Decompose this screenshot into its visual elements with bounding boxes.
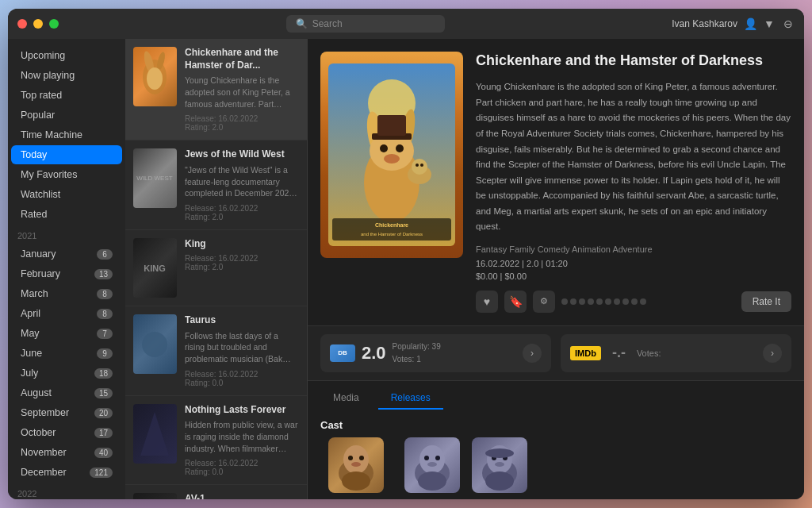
sidebar-item-2021-may[interactable]: May 7 — [11, 324, 122, 343]
list-item[interactable]: KING King Release: 16.02.2022 Rating: 2.… — [125, 230, 307, 306]
movie-release: Release: 16.02.2022 — [185, 254, 299, 263]
sidebar-badge-2021-feb: 13 — [94, 269, 113, 279]
svg-point-43 — [424, 456, 429, 460]
rating-dot[interactable] — [570, 298, 576, 305]
sidebar-item-today[interactable]: Today — [11, 145, 122, 164]
sidebar-item-2021-mar[interactable]: March 8 — [11, 284, 122, 303]
svg-point-27 — [412, 159, 427, 175]
sidebar-item-2021-jun[interactable]: June 9 — [11, 344, 122, 363]
cast-item[interactable]: Joe Ochman Abe (voice) — [472, 437, 527, 499]
search-bar[interactable]: 🔍 Search — [286, 15, 445, 33]
sidebar-badge-2021-may: 7 — [97, 329, 113, 339]
tab-media[interactable]: Media — [320, 387, 372, 410]
sidebar-badge-2021-oct: 17 — [94, 428, 113, 438]
detail-description: Young Chickenhare is the adopted son of … — [476, 79, 791, 234]
sidebar-item-2021-apr[interactable]: April 8 — [11, 304, 122, 323]
sidebar-item-upcoming[interactable]: Upcoming — [11, 46, 122, 65]
year-2021-label: 2021 — [8, 225, 125, 244]
sidebar-item-rated[interactable]: Rated — [11, 205, 122, 224]
rating-dot[interactable] — [588, 298, 594, 305]
sidebar-badge-2021-nov: 40 — [94, 448, 113, 458]
svg-rect-13 — [133, 493, 177, 499]
tab-releases[interactable]: Releases — [378, 387, 443, 410]
sidebar-item-2021-jan[interactable]: January 6 — [11, 244, 122, 264]
search-icon: 🔍 — [296, 18, 308, 29]
cast-avatar — [404, 437, 460, 493]
settings-icon[interactable]: ⊖ — [782, 17, 795, 30]
sidebar-item-2021-aug[interactable]: August 15 — [11, 383, 122, 402]
list-item[interactable]: Nothing Lasts Forever Hidden from public… — [125, 396, 307, 486]
sidebar-badge-2021-jan: 6 — [97, 249, 113, 260]
rating-dot[interactable] — [614, 298, 620, 305]
rate-button[interactable]: Rate It — [741, 291, 791, 312]
cast-item[interactable]: Danny Fehsenfeld Lapin (film) — [320, 437, 392, 499]
sidebar-item-top-rated[interactable]: Top rated — [11, 86, 122, 105]
sidebar-item-popular[interactable]: Popular — [11, 106, 122, 125]
rating-dot[interactable] — [561, 298, 568, 305]
imdb-score-value: -.- — [612, 344, 626, 361]
rating-dot[interactable] — [640, 298, 646, 305]
svg-point-21 — [380, 144, 388, 152]
movie-release: Release: 16.02.2022 — [185, 370, 299, 379]
close-button[interactable] — [17, 19, 27, 29]
cast-avatar — [472, 437, 527, 493]
svg-point-28 — [416, 164, 419, 167]
like-button[interactable]: ♥ — [476, 291, 498, 313]
sidebar-item-2021-nov[interactable]: November 40 — [11, 443, 122, 462]
rating-dot[interactable] — [631, 298, 638, 305]
movie-release: Release: 16.02.2022 — [185, 459, 299, 468]
svg-text:Chickenhare: Chickenhare — [375, 222, 408, 228]
detail-price: $0.00 | $0.00 — [476, 271, 791, 281]
movie-title: Nothing Lasts Forever — [185, 404, 299, 417]
sidebar-item-2021-sep[interactable]: September 20 — [11, 403, 122, 422]
list-item[interactable]: Chickenhare and the Hamster of Dar... Yo… — [125, 39, 307, 140]
cast-name: Danny Fehsenfeld — [320, 498, 392, 499]
movie-thumb — [133, 404, 177, 464]
sidebar-item-my-favorites[interactable]: My Favorites — [11, 165, 122, 184]
rating-dot[interactable] — [579, 298, 585, 305]
sidebar-item-2021-oct[interactable]: October 17 — [11, 423, 122, 442]
rating-dot[interactable] — [622, 298, 629, 305]
sidebar-item-2021-jul[interactable]: July 18 — [11, 364, 122, 383]
movie-desc: "Jews of the Wild West" is a feature-len… — [185, 164, 299, 199]
main-content: Upcoming Now playing Top rated Popular T… — [8, 39, 804, 499]
sidebar-item-watchlist[interactable]: Watchlist — [11, 185, 122, 204]
bookmark-button[interactable]: 🔖 — [504, 291, 527, 313]
rating-dot[interactable] — [596, 298, 603, 305]
minimize-button[interactable] — [33, 19, 43, 29]
sidebar-item-2021-feb[interactable]: February 13 — [11, 264, 122, 283]
db-score-arrow[interactable]: › — [523, 344, 542, 363]
movie-thumb: KING — [133, 238, 177, 298]
user-icon[interactable]: 👤 — [744, 17, 756, 30]
maximize-button[interactable] — [49, 19, 59, 29]
settings-action-button[interactable]: ⚙ — [533, 291, 555, 313]
sidebar-item-now-playing-label: Now playing — [21, 70, 75, 81]
movie-title: King — [185, 238, 299, 251]
sidebar-item-now-playing[interactable]: Now playing — [11, 66, 122, 85]
sidebar-badge-2021-aug: 15 — [94, 388, 113, 398]
detail-poster: Chickenhare and the Hamster of Darkness — [320, 52, 463, 258]
movie-desc: Young Chickenhare is the adopted son of … — [185, 75, 299, 110]
db-popularity: Popularity: 39 — [393, 341, 441, 353]
heart-icon: ♥ — [484, 295, 490, 308]
sidebar-item-time-machine-label: Time Machine — [21, 129, 82, 140]
movie-rating: Rating: 2.0 — [185, 263, 299, 271]
svg-point-36 — [348, 456, 353, 460]
sidebar-item-time-machine[interactable]: Time Machine — [11, 125, 122, 144]
imdb-score-arrow[interactable]: › — [763, 344, 782, 363]
list-item[interactable]: Taurus Follows the last days of a rising… — [125, 306, 307, 396]
list-item[interactable]: WILD WEST Jews of the Wild West "Jews of… — [125, 140, 307, 230]
list-item[interactable]: AV-1 AV-1 Miles Flynn is writing a story… — [125, 485, 307, 499]
cast-item[interactable]: Donte Paris Wild Boar (voice) — [401, 437, 462, 499]
filter-icon[interactable]: ▼ — [763, 17, 776, 30]
sidebar-item-2021-mar-label: March — [21, 288, 48, 299]
cast-name: Donte Paris — [408, 498, 454, 499]
sidebar-item-2021-dec-label: December — [21, 467, 67, 478]
svg-point-4 — [147, 67, 163, 90]
sidebar-item-2021-jan-label: January — [21, 248, 56, 260]
detail-title: Chickenhare and the Hamster of Darkness — [476, 52, 791, 70]
svg-point-39 — [342, 471, 370, 491]
sidebar-item-2021-dec[interactable]: December 121 — [11, 463, 122, 482]
rating-dot[interactable] — [605, 298, 611, 305]
sidebar-badge-2021-sep: 20 — [94, 408, 113, 418]
